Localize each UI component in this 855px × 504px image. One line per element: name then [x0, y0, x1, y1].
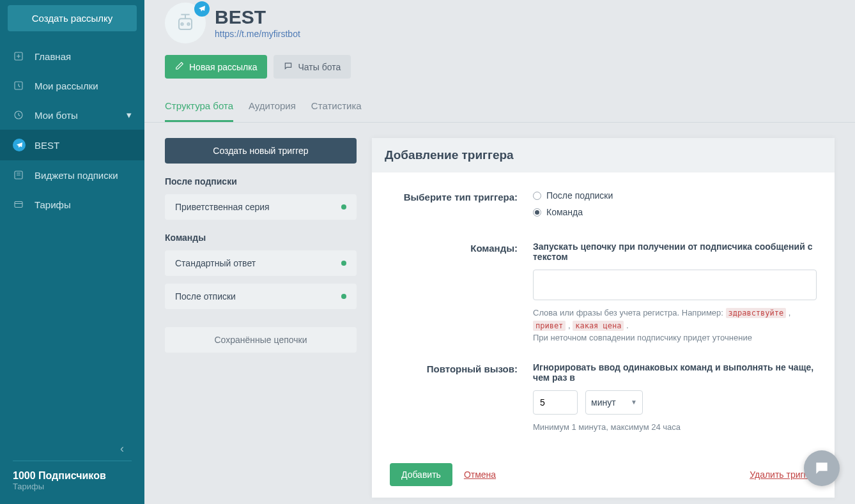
nav-label: BEST [35, 140, 59, 151]
bot-link[interactable]: https://t.me/myfirstbot [215, 29, 300, 39]
radio-label: Команда [546, 207, 583, 217]
sidebar-footer: ‹ 1000 Подписчиков Тарифы [0, 442, 144, 504]
repeat-unit-select[interactable]: минут ▼ [585, 390, 643, 415]
chevron-down-icon: ▾ [127, 109, 132, 121]
cancel-link[interactable]: Отмена [464, 470, 496, 480]
bot-header: BEST https://t.me/myfirstbot Новая рассы… [144, 0, 855, 90]
nav-campaigns[interactable]: Мои рассылки [0, 71, 144, 100]
repeat-desc: Игнорировать ввод одинаковых команд и вы… [533, 362, 817, 383]
tariffs-icon [13, 199, 24, 210]
saved-chains-button[interactable]: Сохранённые цепочки [165, 327, 357, 353]
chevron-down-icon: ▼ [631, 399, 637, 406]
svg-point-7 [187, 23, 189, 25]
trigger-label: После отписки [175, 291, 236, 302]
tariffs-link[interactable]: Тарифы [13, 482, 132, 491]
chat-icon [284, 61, 293, 72]
status-dot [341, 261, 346, 266]
button-label: Чаты бота [298, 62, 341, 72]
trigger-item[interactable]: После отписки [165, 284, 357, 309]
nav-label: Главная [35, 51, 71, 62]
radio-label: После подписки [546, 190, 613, 201]
support-chat-button[interactable] [804, 450, 840, 486]
nav-label: Тарифы [35, 199, 71, 210]
new-campaign-button[interactable]: Новая рассылка [165, 55, 267, 79]
button-label: Новая рассылка [189, 62, 257, 72]
status-dot [341, 294, 346, 299]
radio-icon [533, 192, 541, 200]
telegram-icon [13, 139, 26, 151]
create-campaign-button[interactable]: Создать рассылку [8, 5, 137, 31]
telegram-badge-icon [194, 1, 210, 17]
nav-label: Мои рассылки [35, 80, 98, 91]
edit-icon [175, 61, 184, 72]
bots-icon [13, 109, 24, 121]
bot-avatar [165, 3, 206, 43]
trigger-list: Создать новый триггер После подписки При… [165, 138, 357, 498]
commands-label: Команды: [390, 241, 518, 344]
commands-hint: Слова или фразы без учета регистра. Напр… [533, 307, 817, 344]
repeat-label: Повторный вызов: [390, 362, 518, 434]
nav-tariffs[interactable]: Тарифы [0, 190, 144, 219]
tab-audience[interactable]: Аудитория [249, 100, 296, 122]
tab-structure[interactable]: Структура бота [165, 100, 233, 122]
radio-after-subscribe[interactable]: После подписки [533, 190, 817, 201]
tab-stats[interactable]: Статистика [311, 100, 362, 122]
nav-widgets[interactable]: Виджеты подписки [0, 160, 144, 190]
repeat-value-input[interactable] [533, 390, 578, 415]
home-icon [13, 50, 24, 62]
svg-rect-4 [15, 202, 22, 208]
nav-label: Виджеты подписки [35, 170, 118, 181]
add-button[interactable]: Добавить [390, 463, 452, 486]
nav-bot-best[interactable]: BEST [0, 130, 144, 160]
panel-title: Добавление триггера [372, 138, 835, 172]
nav-bots[interactable]: Мои боты ▾ [0, 100, 144, 130]
radio-icon [533, 208, 541, 217]
nav-home[interactable]: Главная [0, 42, 144, 71]
sidebar: Создать рассылку Главная Мои рассылки Мо… [0, 0, 144, 504]
section-commands: Команды [165, 233, 357, 243]
svg-point-6 [181, 23, 183, 25]
bot-title: BEST [215, 6, 300, 28]
repeat-hint: Минимум 1 минута, максимум 24 часа [533, 421, 817, 434]
panel-footer: Добавить Отмена Удалить триггер [372, 455, 835, 498]
trigger-type-label: Выберите тип триггера: [390, 190, 518, 224]
trigger-label: Стандартный ответ [175, 258, 256, 268]
campaigns-icon [13, 80, 24, 91]
trigger-panel: Добавление триггера Выберите тип триггер… [372, 138, 835, 498]
nav-label: Мои боты [35, 110, 78, 121]
trigger-item[interactable]: Стандартный ответ [165, 250, 357, 276]
subscriber-count: 1000 Подписчиков [13, 470, 132, 482]
widgets-icon [13, 169, 24, 181]
tabs: Структура бота Аудитория Статистика [144, 90, 855, 123]
section-after-subscribe: После подписки [165, 176, 357, 187]
trigger-item[interactable]: Приветственная серия [165, 194, 357, 220]
collapse-sidebar-button[interactable]: ‹ [13, 442, 132, 455]
commands-desc: Запускать цепочку при получении от подпи… [533, 241, 817, 262]
trigger-label: Приветственная серия [175, 202, 270, 212]
main-content: BEST https://t.me/myfirstbot Новая рассы… [144, 0, 855, 504]
commands-input[interactable] [533, 270, 817, 300]
bot-chats-button[interactable]: Чаты бота [273, 55, 351, 79]
radio-command[interactable]: Команда [533, 207, 817, 217]
select-value: минут [591, 397, 616, 408]
create-trigger-button[interactable]: Создать новый триггер [165, 138, 357, 164]
status-dot [341, 204, 346, 210]
